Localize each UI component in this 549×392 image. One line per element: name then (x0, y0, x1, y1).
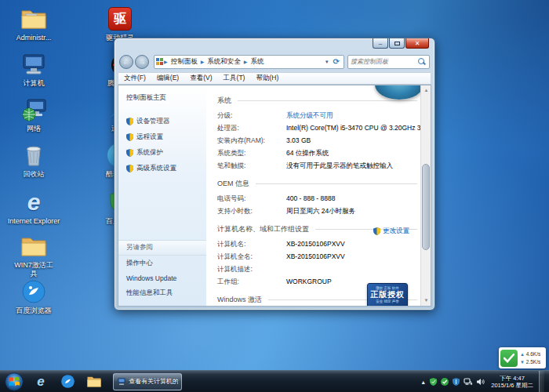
rating-link[interactable]: 系统分级不可用 (286, 109, 333, 122)
processor-value: Intel(R) Core(TM) i5-3470 CPU @ 3.20GHz … (286, 122, 420, 134)
section-title-system: 系统 (217, 96, 231, 106)
driver-genius-icon: 驱 (108, 7, 132, 31)
breadcrumb-separator: ▶ (163, 59, 169, 64)
search-input[interactable] (348, 58, 418, 65)
net-speed-widget[interactable]: ▲ 4.6K/s ▼ 2.5K/s (499, 347, 546, 368)
tray-antivirus-shield-icon[interactable] (430, 378, 437, 386)
window-titlebar[interactable]: – ✕ (115, 38, 434, 52)
desktop-icon-administrator[interactable]: Administr... (6, 5, 61, 42)
desktop-icon-label: 回收站 (6, 170, 61, 179)
sidebar-item-system-protection[interactable]: 系统保护 (118, 145, 206, 161)
phone-value: 400 - 888 - 8888 (286, 192, 335, 205)
ram-value: 3.03 GB (286, 134, 311, 147)
desktop-icon-label: 百度浏览器 (6, 307, 61, 315)
info-label: 计算机名: (217, 238, 286, 250)
tray-green-check-icon[interactable] (441, 378, 449, 386)
back-button[interactable]: ← (119, 55, 133, 69)
chevron-down-icon[interactable]: ▾ (323, 59, 331, 65)
search-box[interactable] (347, 55, 430, 69)
task-label: 查看有关计算机的基... (129, 377, 178, 386)
sidebar-item-label: 高级系统设置 (136, 164, 176, 173)
sidebar-item-windows-update[interactable]: Windows Update (118, 271, 206, 285)
taskbar-explorer-icon[interactable] (85, 372, 104, 391)
forward-button[interactable]: → (135, 55, 149, 69)
menu-tools[interactable]: 工具(T) (218, 74, 251, 83)
change-settings-label[interactable]: 更改设置 (383, 227, 409, 236)
menu-help[interactable]: 帮助(H) (250, 74, 284, 83)
desktop-icon-win7-activation[interactable]: WIN7激活工具 (6, 232, 61, 278)
uac-shield-icon (373, 227, 380, 235)
uac-shield-icon (126, 165, 133, 172)
upload-speed: 4.6K/s (526, 351, 540, 357)
sidebar-item-label: 系统保护 (136, 148, 163, 158)
info-label: 系统类型: (217, 147, 286, 159)
desktop-icon-recycle-bin[interactable]: 回收站 (6, 141, 61, 179)
breadcrumb-system[interactable]: 系统 (248, 57, 266, 67)
support-hours-value: 周日至周六 24小时服务 (286, 205, 355, 217)
breadcrumb-system-security[interactable]: 系统和安全 (205, 57, 243, 67)
uac-shield-icon (126, 149, 133, 157)
desktop-icon-baidu-browser[interactable]: 百度浏览器 (6, 278, 61, 315)
section-title-activation: Windows 激活 (217, 295, 262, 305)
minimize-button[interactable]: – (373, 38, 388, 49)
desktop-icon-internet-explorer[interactable]: e Internet Explorer (6, 188, 61, 226)
info-label: 安装内存(RAM): (217, 134, 286, 147)
network-icon (6, 96, 61, 124)
desktop-icon-label: 网络 (6, 125, 61, 133)
tray-clock[interactable]: 下午 4:47 2015/1/6 星期二 (491, 375, 533, 389)
computer-name-value: XB-20150106PXVV (286, 238, 345, 250)
tray-security-shield-icon[interactable] (453, 378, 460, 386)
recycle-bin-icon (6, 141, 61, 169)
computer-icon (117, 377, 126, 386)
scrollbar-thumb[interactable] (422, 164, 430, 250)
desktop-icon-computer[interactable]: 计算机 (6, 50, 61, 88)
desktop-icon-network[interactable]: 网络 (6, 96, 61, 133)
maximize-button[interactable] (389, 38, 405, 49)
sidebar-item-action-center[interactable]: 操作中心 (118, 256, 206, 271)
info-label: 电话号码: (217, 192, 286, 205)
section-title-computer-name: 计算机名称、域和工作组设置 (217, 224, 309, 234)
see-also-header: 另请参阅 (118, 240, 206, 256)
sidebar-item-home[interactable]: 控制面板主页 (118, 85, 206, 103)
scroll-up-arrow[interactable]: ▲ (421, 85, 431, 96)
taskbar-ie-icon[interactable]: e (31, 372, 50, 391)
window-scrollbar[interactable]: ▲ ▼ (420, 85, 431, 306)
info-label: 分级: (217, 109, 286, 122)
sidebar-item-remote-settings[interactable]: 远程设置 (118, 129, 206, 145)
menu-file[interactable]: 文件(F) (118, 74, 151, 83)
desktop-icon-label: WIN7激活工具 (13, 261, 55, 278)
menu-edit[interactable]: 编辑(E) (151, 74, 184, 83)
close-button[interactable]: ✕ (405, 38, 429, 49)
sidebar-item-device-manager[interactable]: 设备管理器 (118, 114, 206, 129)
sidebar-item-advanced-settings[interactable]: 高级系统设置 (118, 161, 206, 176)
desktop-icon-driver-genius[interactable]: 驱 驱动精灵 (93, 5, 147, 42)
section-title-oem: OEM 信息 (217, 179, 249, 189)
sidebar-item-performance-tools[interactable]: 性能信息和工具 (118, 285, 206, 301)
start-button[interactable] (5, 372, 24, 391)
tray-network-icon[interactable] (464, 378, 472, 386)
badge-main-text: 正版授权 (368, 290, 407, 299)
folder-icon (6, 5, 61, 33)
search-icon[interactable] (418, 58, 426, 66)
uac-shield-icon (126, 133, 133, 141)
menu-bar: 文件(F) 编辑(E) 查看(V) 工具(T) 帮助(H) (118, 72, 431, 85)
taskbar-baidu-browser-icon[interactable] (58, 372, 77, 391)
uac-shield-icon (126, 118, 133, 125)
ie-icon: e (27, 191, 41, 214)
show-desktop-button[interactable] (539, 371, 544, 392)
breadcrumb-control-panel[interactable]: 控制面板 (169, 57, 200, 67)
show-hidden-icons-button[interactable]: ▲ (420, 379, 426, 385)
system-type-value: 64 位操作系统 (286, 147, 329, 159)
address-bar[interactable]: ▶ 控制面板 ▶ 系统和安全 ▶ 系统 ▾ ⟳ (154, 55, 344, 69)
refresh-icon[interactable]: ⟳ (331, 57, 342, 66)
scroll-down-arrow[interactable]: ▼ (421, 296, 431, 306)
taskbar-active-task[interactable]: 查看有关计算机的基... (113, 373, 182, 390)
baidu-browser-icon (6, 278, 61, 306)
tray-volume-icon[interactable] (476, 378, 485, 386)
genuine-windows-badge[interactable]: 微软 正版 软件 正版授权 安全 稳定 声誉 (367, 283, 408, 306)
upload-arrow-icon: ▲ (520, 352, 525, 357)
desktop-icon-label: Internet Explorer (6, 217, 61, 226)
menu-view[interactable]: 查看(V) (184, 74, 217, 83)
change-settings-link[interactable]: 更改设置 (373, 227, 409, 236)
info-label: 支持小时数: (217, 205, 286, 217)
